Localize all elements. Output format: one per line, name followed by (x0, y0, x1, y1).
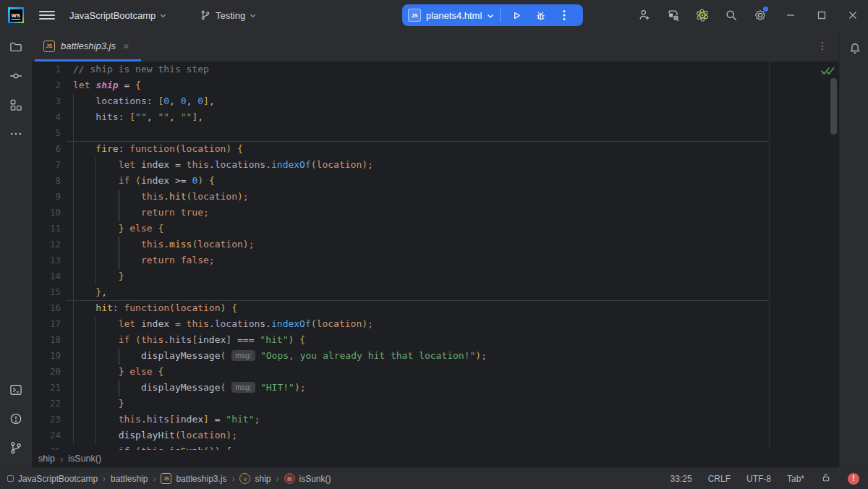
editor-scrollbar[interactable] (830, 78, 837, 135)
code-editor[interactable]: 1// ship is new this step2let ship = {3 … (32, 61, 839, 450)
structure-icon[interactable] (4, 93, 28, 117)
code-text[interactable]: hits: ["", "", ""], (61, 109, 203, 125)
breadcrumb-item[interactable]: ship (38, 454, 55, 464)
code-line[interactable]: 7 let index = this.locations.indexOf(loc… (32, 157, 839, 173)
line-number[interactable]: 23 (32, 412, 61, 428)
line-number[interactable]: 14 (32, 268, 61, 284)
code-line[interactable]: 5 (32, 125, 839, 141)
main-menu-hamburger-icon[interactable] (39, 8, 55, 22)
code-text[interactable]: hit: function(location) { (61, 300, 237, 316)
code-line[interactable]: 20 } else { (32, 364, 839, 380)
readonly-lock-icon[interactable] (820, 472, 832, 485)
code-text[interactable]: displayMessage( msg:"HIT!"); (61, 380, 306, 396)
code-line[interactable]: 22 } (32, 396, 839, 412)
more-tool-windows-icon[interactable] (4, 122, 28, 146)
code-line[interactable]: 3 locations: [0, 0, 0], (32, 93, 839, 109)
code-line[interactable]: 14 } (32, 268, 839, 284)
inspections-ok-icon[interactable] (820, 64, 836, 77)
code-line[interactable]: 25 if (this.isSunk()) { (32, 443, 839, 450)
settings-gear-icon[interactable] (746, 0, 775, 30)
caret-position[interactable]: 33:25 (671, 474, 692, 484)
ai-assistant-atom-icon[interactable] (688, 0, 717, 30)
terminal-icon[interactable] (4, 378, 28, 402)
vcs-branch-selector[interactable]: Testing (194, 6, 262, 25)
code-line[interactable]: 6 fire: function(location) { (32, 141, 839, 157)
code-line[interactable]: 9 this.hit(location); (32, 189, 839, 205)
code-line[interactable]: 21 displayMessage( msg:"HIT!"); (32, 380, 839, 396)
line-number[interactable]: 15 (32, 284, 61, 300)
code-line[interactable]: 23 this.hits[index] = "hit"; (32, 412, 839, 428)
code-text[interactable]: this.hit(location); (61, 189, 249, 205)
line-number[interactable]: 9 (32, 189, 61, 205)
nav-item-battleship3-js[interactable]: JSbattleship3.js (161, 473, 226, 484)
tab-battleship3-js[interactable]: JS battleship3.js × (35, 30, 141, 61)
code-text[interactable]: let ship = { (61, 77, 141, 93)
webstorm-logo-icon[interactable]: WS (8, 7, 24, 23)
window-minimize-button[interactable] (775, 0, 806, 30)
window-maximize-button[interactable] (806, 0, 837, 30)
line-number[interactable]: 4 (32, 109, 61, 125)
code-line[interactable]: 15 }, (32, 284, 839, 300)
run-button[interactable] (507, 7, 526, 24)
line-number[interactable]: 16 (32, 300, 61, 316)
code-line[interactable]: 2let ship = { (32, 77, 839, 93)
code-line[interactable]: 19 displayMessage( msg:"Oops, you alread… (32, 348, 839, 364)
code-text[interactable]: return false; (61, 252, 215, 268)
line-number[interactable]: 7 (32, 157, 61, 173)
line-number[interactable]: 22 (32, 396, 61, 412)
line-number[interactable]: 6 (32, 141, 61, 157)
error-indicator[interactable]: ! (848, 473, 859, 485)
line-number[interactable]: 12 (32, 237, 61, 252)
line-number[interactable]: 21 (32, 380, 61, 396)
line-number[interactable]: 1 (32, 61, 61, 77)
code-line[interactable]: 10 return true; (32, 205, 839, 221)
line-number[interactable]: 2 (32, 77, 61, 93)
window-close-button[interactable] (837, 0, 868, 30)
indent-style[interactable]: Tab* (787, 474, 804, 484)
line-number[interactable]: 24 (32, 428, 61, 443)
code-line[interactable]: 13 return false; (32, 252, 839, 268)
line-number[interactable]: 17 (32, 316, 61, 332)
code-line[interactable]: 11 } else { (32, 221, 839, 237)
code-line[interactable]: 8 if (index >= 0) { (32, 173, 839, 189)
search-icon[interactable] (717, 0, 746, 30)
line-number[interactable]: 11 (32, 221, 61, 237)
problems-icon[interactable] (4, 407, 28, 431)
run-config-selector[interactable]: planets4.html (426, 10, 482, 21)
line-separator[interactable]: CRLF (708, 474, 731, 484)
breadcrumb-item[interactable]: isSunk() (68, 454, 101, 464)
line-number[interactable]: 13 (32, 252, 61, 268)
code-text[interactable]: displayHit(location); (61, 428, 237, 443)
code-line[interactable]: 17 let index = this.locations.indexOf(lo… (32, 316, 839, 332)
code-line[interactable]: 12 this.miss(location); (32, 237, 839, 252)
nav-item-battleship[interactable]: battleship (111, 474, 148, 484)
code-text[interactable]: let index = this.locations.indexOf(locat… (61, 316, 373, 332)
services-icon[interactable] (659, 0, 688, 30)
line-number[interactable]: 19 (32, 348, 61, 364)
line-number[interactable]: 8 (32, 173, 61, 189)
line-number[interactable]: 25 (32, 443, 61, 450)
project-selector[interactable]: JavaScriptBootcamp (64, 6, 172, 25)
file-encoding[interactable]: UTF-8 (746, 474, 771, 484)
code-line[interactable]: 16 hit: function(location) { (32, 300, 839, 316)
tab-close-icon[interactable]: × (122, 39, 131, 53)
code-text[interactable]: }, (61, 284, 107, 300)
version-control-icon[interactable] (4, 435, 28, 460)
code-text[interactable]: displayMessage( msg:"Oops, you already h… (61, 348, 487, 364)
code-text[interactable]: } (61, 396, 124, 412)
code-text[interactable]: } (61, 268, 124, 284)
code-text[interactable] (61, 125, 73, 141)
debug-button[interactable] (531, 7, 550, 24)
nav-item-issunk--[interactable]: misSunk() (284, 473, 331, 484)
code-text[interactable]: if (index >= 0) { (61, 173, 215, 189)
line-number[interactable]: 10 (32, 205, 61, 221)
code-text[interactable]: let index = this.locations.indexOf(locat… (61, 157, 373, 173)
code-with-me-icon[interactable] (630, 0, 659, 30)
code-line[interactable]: 18 if (this.hits[index] === "hit") { (32, 332, 839, 348)
run-more-options-kebab-icon[interactable] (555, 7, 574, 24)
notifications-bell-icon[interactable] (846, 39, 864, 58)
code-text[interactable]: return true; (61, 205, 209, 221)
code-text[interactable]: this.hits[index] = "hit"; (61, 412, 260, 428)
code-text[interactable]: fire: function(location) { (61, 141, 243, 157)
nav-item-javascriptbootcamp[interactable]: JavaScriptBootcamp (7, 474, 98, 484)
